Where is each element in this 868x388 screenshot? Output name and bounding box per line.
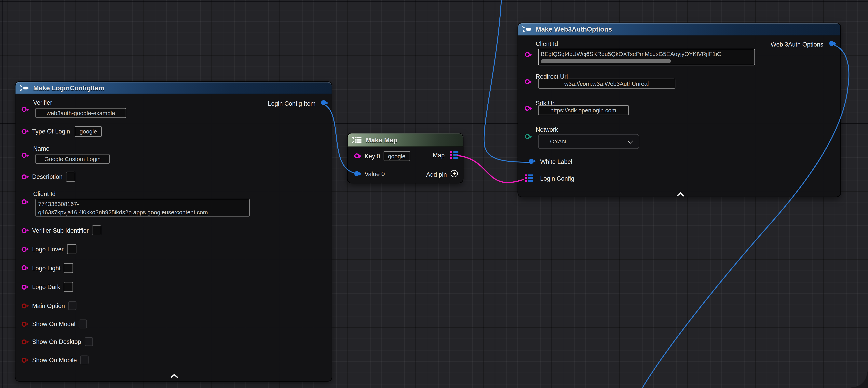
blueprint-graph[interactable]: Make LoginConfigItem Login Config Item V… (0, 0, 868, 388)
wire-web3auth-options-out[interactable] (640, 44, 849, 388)
wire-white-label[interactable] (484, 0, 530, 162)
wire-login-config-item-to-value0[interactable] (323, 104, 356, 173)
wire-map-to-login-config[interactable] (458, 155, 524, 183)
wire-layer (0, 0, 868, 388)
